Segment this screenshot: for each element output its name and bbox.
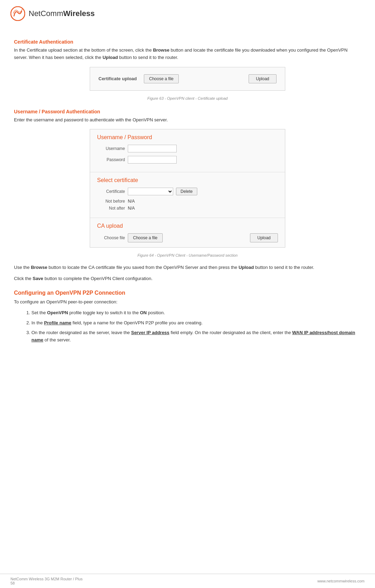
page-footer: NetComm Wireless 3G M2M Router / Plus 58… [0, 574, 375, 588]
cert-auth-body: In the Certificate upload section at the… [14, 47, 361, 61]
ca-choose-file-label: Choose file [97, 235, 125, 240]
body-para-save: Click the Save button to complete the Op… [14, 275, 361, 282]
main-content: Certificate Authentication In the Certif… [0, 24, 375, 361]
up-panel-figure-caption: Figure 64 - OpenVPN Client - Username/Pa… [14, 253, 361, 257]
body-para-browse: Use the Browse button to locate the CA c… [14, 264, 361, 271]
select-cert-subsection: Select certificate Certificate Delete No… [90, 172, 285, 218]
username-auth-body: Enter the username and password to authe… [14, 116, 361, 124]
list-item: Set the OpenVPN profile toggle key to sw… [31, 309, 361, 317]
logo-text: NetCommWireless [29, 9, 95, 18]
username-label: Username [97, 146, 125, 151]
cert-upload-row: Certificate upload Choose a file Upload [98, 74, 277, 83]
username-row: Username [97, 145, 278, 152]
footer-page-number: 58 [10, 581, 83, 585]
footer-left: NetComm Wireless 3G M2M Router / Plus 58 [10, 577, 83, 585]
footer-right: www.netcommwireless.com [317, 579, 365, 583]
cert-select-row: Certificate Delete [97, 188, 278, 195]
up-panel-title: Username / Password [97, 134, 278, 141]
username-auth-section: Username / Password Authentication Enter… [14, 109, 361, 258]
ca-upload-subsection: CA upload Choose file Choose a file Uplo… [90, 218, 285, 247]
cert-select-label: Certificate [97, 189, 125, 194]
footer-product-name: NetComm Wireless 3G M2M Router / Plus [10, 577, 83, 581]
password-input[interactable] [128, 156, 177, 164]
svg-point-0 [11, 7, 25, 21]
cert-delete-button[interactable]: Delete [176, 188, 197, 195]
not-after-value: N/A [128, 206, 135, 211]
cert-upload-figure-caption: Figure 63 - OpenVPN client - Certificate… [14, 96, 361, 100]
p2p-intro: To configure an OpenVPN peer-to-peer con… [14, 298, 361, 306]
logo-area: NetCommWireless [10, 6, 365, 21]
list-item: On the router designated as the server, … [31, 329, 361, 344]
not-before-row: Not before N/A [97, 199, 278, 204]
cert-auth-title: Certificate Authentication [14, 39, 361, 45]
cert-choose-file-button[interactable]: Choose a file [144, 74, 179, 83]
ca-upload-title: CA upload [97, 223, 278, 229]
certificate-select[interactable] [128, 188, 173, 195]
ca-upload-row: Choose file Choose a file Upload [97, 233, 278, 242]
p2p-section: Configuring an OpenVPN P2P Connection To… [14, 290, 361, 344]
cert-upload-label: Certificate upload [98, 76, 140, 81]
password-row: Password [97, 156, 278, 164]
not-after-label: Not after [97, 206, 125, 211]
p2p-list: Set the OpenVPN profile toggle key to sw… [31, 309, 361, 344]
select-cert-title: Select certificate [97, 177, 278, 183]
not-before-value: N/A [128, 199, 135, 204]
not-after-row: Not after N/A [97, 206, 278, 211]
body-after-panels: Use the Browse button to locate the CA c… [14, 264, 361, 282]
cert-auth-section: Certificate Authentication In the Certif… [14, 39, 361, 100]
netcomm-logo-icon [10, 6, 25, 21]
username-input[interactable] [128, 145, 177, 152]
username-password-panel: Username / Password Username Password Se… [90, 129, 285, 248]
list-item: In the Profile name field, type a name f… [31, 319, 361, 327]
password-label: Password [97, 157, 125, 162]
up-subsection: Username / Password Username Password [90, 129, 285, 172]
ca-choose-file-button[interactable]: Choose a file [128, 233, 163, 242]
username-auth-title: Username / Password Authentication [14, 109, 361, 114]
page-header: NetCommWireless [0, 0, 375, 24]
cert-upload-button[interactable]: Upload [249, 74, 277, 83]
not-before-label: Not before [97, 199, 125, 204]
cert-upload-panel: Certificate upload Choose a file Upload [90, 67, 285, 91]
p2p-section-title: Configuring an OpenVPN P2P Connection [14, 290, 361, 296]
ca-upload-button[interactable]: Upload [250, 233, 278, 242]
